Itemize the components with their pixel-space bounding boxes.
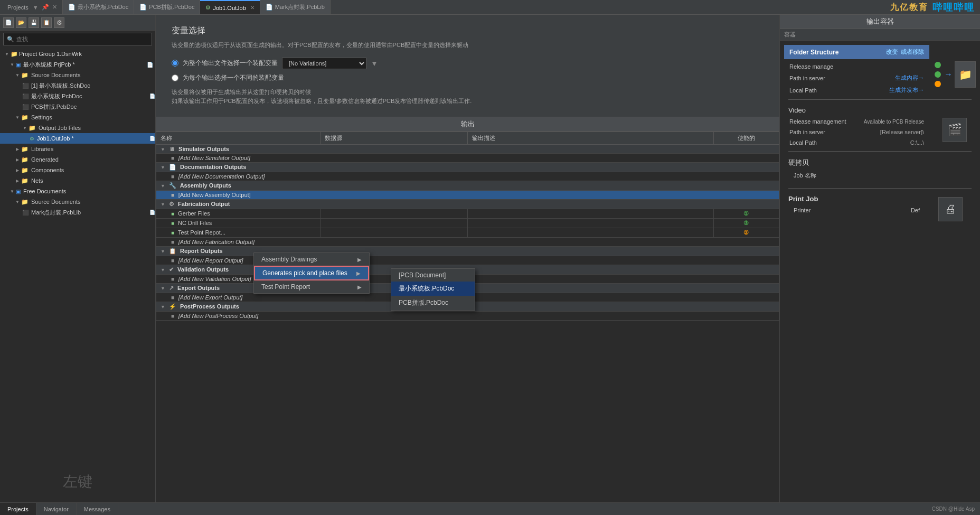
tree-schdoc[interactable]: ⬛ [1] 最小系统板.SchDoc (0, 80, 155, 91)
table-row[interactable]: ■ NC Drill Files ③ (156, 218, 779, 228)
schdoc-icon: ⬛ (22, 83, 29, 89)
submenu-xiao-xitong[interactable]: 最小系统板.PcbDoc (391, 282, 475, 296)
status-text: CSDN @Hide Asp (932, 506, 975, 512)
gerber-label: Gerber Files (178, 210, 210, 217)
bottom-tab-navigator[interactable]: Navigator (36, 503, 77, 515)
table-row[interactable]: ▼ ⚙ Fabrication Output (156, 199, 779, 209)
container-box-1: 📁 (955, 61, 976, 88)
tab-pcbdoc-1[interactable]: 📄 最小系统板.PcbDoc (63, 0, 135, 14)
submenu-pcb-pinban[interactable]: PCB拼版.PcbDoc (391, 296, 475, 310)
table-row[interactable]: ■ [Add New Documentation Output] (156, 172, 779, 181)
sidebar: 📄 📂 💾 📋 ⚙ 🔍 ▼ 📁 Project Group 1.DsnWrk (0, 15, 156, 502)
variation-radio-2[interactable] (172, 74, 178, 81)
saveas-button[interactable]: 📋 (41, 17, 52, 28)
hardcopy-job-label: Job 名称 (794, 172, 816, 180)
tree-pcbdoc-2[interactable]: ⬛ PCB拼版.PcbDoc (0, 101, 155, 112)
tree-components[interactable]: ▶ 📁 Components (0, 165, 155, 175)
path-server-value[interactable]: 生成内容→ (895, 74, 924, 82)
tab-close-3[interactable]: ✕ (250, 5, 255, 11)
cat-icon-report: 📋 (169, 248, 176, 254)
tree-output-job-files[interactable]: ▼ 📁 Output Job Files (0, 123, 155, 133)
center-panel: 变量选择 该变量的选项仅适用于从该页面生成的输出。对于PCB配置的发布，变量的使… (156, 15, 779, 502)
tab-projects-panel[interactable]: Projects ▼ 📌 ✕ (2, 0, 63, 14)
cat-label-simulator: Simulator Outputs (178, 146, 229, 152)
settings-button[interactable]: ⚙ (54, 17, 64, 28)
table-row[interactable]: ▼ 🖥 Simulator Outputs (156, 144, 779, 153)
table-row[interactable]: ■ [Add New Fabrication Output] (156, 237, 779, 246)
divider-1 (788, 99, 972, 100)
sidebar-watermark: 左键 (0, 461, 155, 502)
search-input[interactable] (16, 36, 148, 42)
printer-row: Printer Def (788, 205, 925, 216)
local-path-label: Local Path (789, 87, 817, 93)
add-postprocess-label: [Add New PostProcess Output] (178, 313, 259, 319)
tab-pcblib[interactable]: 📄 Mark点封装.PcbLib (260, 0, 331, 14)
remove-action[interactable]: 或者移除 (901, 48, 924, 56)
table-row[interactable]: ▼ 📄 Documentation Outputs (156, 162, 779, 172)
add-assembly-label: [Add New Assembly Output] (178, 192, 251, 198)
table-row[interactable]: ▼ 📋 Report Outputs (156, 246, 779, 256)
tree-generated[interactable]: ▶ 📁 Generated (0, 154, 155, 165)
variation-radio-1[interactable] (172, 60, 178, 67)
tab-outjob[interactable]: ⚙ Job1.OutJob ✕ (200, 0, 260, 14)
table-row[interactable]: ■ Test Point Repot... ② (156, 228, 779, 237)
col-desc: 输出描述 (467, 132, 713, 144)
tab-pcbdoc-2[interactable]: 📄 PCB拼版.PcbDoc (134, 0, 200, 14)
test-point-label: Test Point Repot... (178, 229, 225, 236)
source-docs-icon-1: 📁 (21, 72, 29, 79)
variation-option-1[interactable]: 为整个输出文件选择一个装配变量 [No Variations] ▼ (172, 58, 764, 69)
menu-item-test-point[interactable]: Test Point Report ▶ (254, 280, 369, 293)
bottom-tab-projects[interactable]: Projects (0, 503, 36, 515)
table-row[interactable]: ■ [Add New PostProcess Output] (156, 311, 779, 320)
tree-pcblib[interactable]: ⬛ Mark点封装.PcbLib 📄 (0, 207, 155, 218)
tree-source-docs-2[interactable]: ▼ 📁 Source Documents (0, 196, 155, 207)
tree-root-group[interactable]: ▼ 📁 Project Group 1.DsnWrk (0, 49, 155, 59)
table-row[interactable]: ▼ 🔧 Assembly Outputs (156, 181, 779, 190)
variation-dropdown[interactable]: [No Variations] (282, 58, 366, 69)
release-manage-label: Release manage (789, 63, 833, 70)
tree-pcbdoc-1[interactable]: ⬛ 最小系统板.PcbDoc 📄 (0, 91, 155, 101)
video-release-mgmt-row: Release management Available to PCB Rele… (784, 116, 929, 127)
tree-libraries[interactable]: ▶ 📁 Libraries (0, 144, 155, 154)
project-modified-icon: 📄 (147, 62, 153, 68)
add-export-label: [Add New Export Output] (178, 294, 243, 301)
tree-project[interactable]: ▼ ▣ 最小系统板.PrjPcb * 📄 (0, 59, 155, 70)
change-action[interactable]: 改变 (886, 48, 898, 56)
settings-label: Settings (31, 114, 52, 120)
variation-section: 变量选择 该变量的选项仅适用于从该页面生成的输出。对于PCB配置的发布，变量的使… (156, 15, 779, 117)
table-row[interactable]: ■ [Add New Simulator Output] (156, 153, 779, 162)
print-title: Print Job (788, 195, 925, 205)
variation-desc: 该变量的选项仅适用于从该页面生成的输出。对于PCB配置的发布，变量的使用通常由P… (172, 41, 764, 50)
source-docs-icon-2: 📁 (21, 199, 29, 205)
menu-item-pick-place[interactable]: Generates pick and place files ▶ (254, 266, 369, 280)
table-row[interactable]: ■ Gerber Files ① (156, 209, 779, 218)
submenu-pcb-document[interactable]: [PCB Document] (391, 269, 475, 282)
new-file-button[interactable]: 📄 (3, 17, 14, 28)
search-box[interactable]: 🔍 (3, 33, 152, 45)
video-path-server-label: Path in server (789, 129, 825, 135)
bottom-tab-messages[interactable]: Messages (77, 503, 118, 515)
add-export-icon: ■ (171, 294, 175, 301)
add-report-label: [Add New Report Output] (178, 257, 243, 264)
tree-source-docs-1[interactable]: ▼ 📁 Source Documents (0, 70, 155, 80)
table-row[interactable]: ■ [Add New Assembly Output] (156, 190, 779, 199)
col-name: 名称 (156, 132, 321, 144)
dots-group (934, 61, 942, 88)
sidebar-toolbar: 📄 📂 💾 📋 ⚙ (0, 15, 155, 31)
table-row[interactable]: ■ [Add New Report Output] (156, 256, 779, 265)
save-button[interactable]: 💾 (29, 17, 39, 28)
container-icon-group: → 📁 (934, 61, 976, 88)
tree-settings[interactable]: ▼ 📁 Settings (0, 112, 155, 123)
variation-option-2[interactable]: 为每个输出选择一个不同的装配变量 (172, 73, 764, 82)
tree-nets[interactable]: ▶ 📁 Nets (0, 175, 155, 186)
components-label: Components (31, 167, 64, 173)
tree-free-docs[interactable]: ▼ ▣ Free Documents (0, 186, 155, 196)
pick-place-arrow: ▶ (356, 270, 361, 276)
local-path-value[interactable]: 生成并发布→ (889, 86, 924, 94)
root-group-icon: 📁 (11, 51, 18, 58)
open-file-button[interactable]: 📂 (16, 17, 26, 28)
tree-job1-outjob[interactable]: ⚙ Job1.OutJob * 📄 (0, 133, 155, 144)
menu-item-assembly-drawings[interactable]: Assembly Drawings ▶ (254, 253, 369, 266)
libraries-icon: 📁 (21, 146, 29, 153)
pcb-document-label: [PCB Document] (399, 271, 446, 279)
